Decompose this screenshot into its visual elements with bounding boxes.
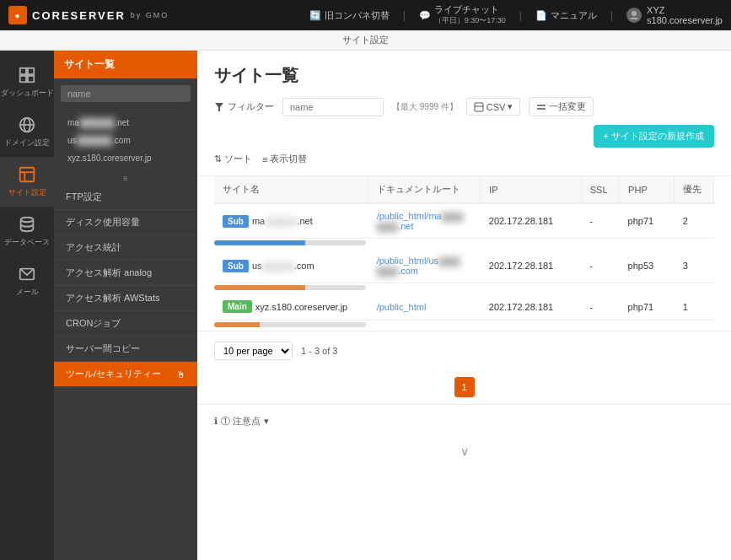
ssl-cell-2: - bbox=[581, 249, 619, 283]
sort-button[interactable]: ⇅ ソート bbox=[214, 153, 252, 165]
livechat-hours: （平日）9:30〜17:30 bbox=[434, 15, 506, 26]
sidebar-menu-server-copy[interactable]: サーバー間コピー bbox=[54, 337, 197, 362]
mail-icon bbox=[18, 265, 36, 283]
svg-rect-3 bbox=[20, 76, 26, 82]
server-copy-label: サーバー間コピー bbox=[66, 343, 140, 353]
site-name-2: us██████.com bbox=[252, 261, 314, 271]
site-icon bbox=[18, 165, 36, 184]
notes-toggle[interactable]: ℹ ① 注意点 ▾ bbox=[214, 415, 714, 428]
sidebar-menu-disk[interactable]: ディスク使用容量 bbox=[54, 210, 197, 235]
display-toggle-button[interactable]: ≡ 表示切替 bbox=[262, 153, 307, 165]
livechat-icon: 💬 bbox=[419, 10, 431, 21]
notes-expand[interactable]: ∨ bbox=[197, 438, 731, 465]
sub-badge-1: Sub bbox=[223, 215, 249, 228]
doc-root-cell-2: /public_html/us████████.com bbox=[368, 249, 481, 283]
user-menu[interactable]: XYZ s180.coreserver.jp bbox=[626, 5, 723, 25]
site-name-cell-3: Main xyz.s180.coreserver.jp bbox=[214, 293, 368, 320]
ssl-cell-3: - bbox=[581, 293, 619, 320]
table-row[interactable]: Main xyz.s180.coreserver.jp /public_html… bbox=[214, 293, 714, 320]
svg-rect-14 bbox=[475, 103, 483, 111]
site-item-1[interactable]: ma██████.net bbox=[62, 114, 189, 132]
bulk-icon bbox=[536, 102, 546, 112]
site-item-2[interactable]: us██████.com bbox=[62, 132, 189, 149]
divider2: | bbox=[519, 9, 522, 21]
filter-input[interactable] bbox=[282, 98, 384, 116]
page-numbers: 1 bbox=[197, 370, 731, 404]
new-site-button[interactable]: + サイト設定の新規作成 bbox=[594, 125, 714, 148]
table-row[interactable]: Sub us██████.com /public_html/us████████… bbox=[214, 249, 714, 283]
main-badge-3: Main bbox=[223, 300, 252, 313]
doc-root-cell-1: /public_html/ma████████.net bbox=[368, 203, 481, 239]
notes-info-icon: ℹ bbox=[214, 416, 218, 427]
site-list: ma██████.net us██████.com xyz.s180.cores… bbox=[54, 109, 197, 172]
sub-badge-2: Sub bbox=[223, 260, 249, 272]
livechat-label: ライブチャット bbox=[434, 4, 506, 15]
sub-sidebar-search[interactable] bbox=[54, 78, 197, 109]
sites-table: サイト名 ドキュメントルート IP SSL PHP 優先 Sub bbox=[214, 176, 714, 331]
sidebar-menu-access-stats[interactable]: アクセス統計 bbox=[54, 235, 197, 261]
scroll-indicator: ≡ bbox=[54, 172, 197, 185]
content-area: サイト一覧 フィルター 【最大 9999 件】 CSV ▾ 一括変更 bbox=[197, 51, 731, 560]
sidebar-menu-tools-security[interactable]: ツール/セキュリティー 🖱 bbox=[54, 362, 197, 387]
livechat-button[interactable]: 💬 ライブチャット （平日）9:30〜17:30 bbox=[419, 4, 506, 26]
sidebar-menu-cron[interactable]: CRONジョブ bbox=[54, 311, 197, 337]
manual-button[interactable]: 📄 マニュアル bbox=[535, 9, 597, 22]
old-panel-label: 旧コンパネ切替 bbox=[325, 9, 390, 22]
dashboard-icon bbox=[18, 66, 36, 84]
ip-cell-3: 202.172.28.181 bbox=[481, 293, 581, 320]
sidebar-item-site[interactable]: サイト設定 bbox=[0, 157, 54, 207]
site-name-1: ma██████.net bbox=[252, 216, 313, 226]
per-page-select[interactable]: 10 per page 25 per page 50 per page bbox=[214, 342, 293, 360]
site-name-cell-1: Sub ma██████.net bbox=[214, 203, 368, 239]
svg-rect-2 bbox=[28, 68, 34, 74]
bulk-edit-button[interactable]: 一括変更 bbox=[529, 97, 594, 116]
ip-cell-1: 202.172.28.181 bbox=[481, 203, 581, 239]
tools-security-label: ツール/セキュリティー bbox=[66, 368, 161, 380]
user-domain: s180.coreserver.jp bbox=[647, 15, 723, 25]
database-label: データベース bbox=[4, 237, 50, 248]
site-item-3[interactable]: xyz.s180.coreserver.jp bbox=[62, 149, 189, 167]
logo: ● CORESERVER by GMO bbox=[8, 6, 169, 24]
sidebar-item-domain[interactable]: ドメイン設定 bbox=[0, 107, 54, 157]
user-icon bbox=[626, 8, 642, 23]
sidebar-item-database[interactable]: データベース bbox=[0, 207, 54, 256]
doc-root-path-3: /public_html bbox=[377, 302, 427, 312]
col-ssl: SSL bbox=[581, 176, 619, 203]
logo-icon: ● bbox=[8, 6, 27, 24]
site-name-2: us██████.com bbox=[67, 136, 131, 145]
display-icon: ≡ bbox=[262, 154, 267, 164]
mail-label: メール bbox=[16, 287, 39, 298]
username: XYZ bbox=[647, 5, 723, 15]
pagination-bar: 10 per page 25 per page 50 per page 1 - … bbox=[197, 331, 731, 370]
notes-section: ℹ ① 注意点 ▾ bbox=[197, 404, 731, 438]
old-panel-toggle[interactable]: 🔄 旧コンパネ切替 bbox=[309, 9, 390, 22]
sidebar-menu-analog[interactable]: アクセス解析 analog bbox=[54, 261, 197, 286]
page-info: 1 - 3 of 3 bbox=[301, 346, 337, 356]
table-row[interactable]: Sub ma██████.net /public_html/ma████████… bbox=[214, 203, 714, 239]
svg-marker-13 bbox=[215, 103, 223, 111]
sidebar-search-input[interactable] bbox=[61, 85, 191, 102]
awstats-label: アクセス解析 AWStats bbox=[66, 293, 159, 303]
sidebar-menu-awstats[interactable]: アクセス解析 AWStats bbox=[54, 286, 197, 311]
logo-text: CORESERVER bbox=[32, 9, 126, 22]
filter-icon bbox=[214, 102, 224, 112]
site-name-3: xyz.s180.coreserver.jp bbox=[67, 153, 152, 163]
col-php: PHP bbox=[620, 176, 675, 203]
database-icon bbox=[18, 215, 36, 234]
ftp-label: FTP設定 bbox=[66, 191, 102, 202]
priority-cell-1: 2 bbox=[675, 203, 714, 239]
sidebar-menu-ftp[interactable]: FTP設定 bbox=[54, 185, 197, 210]
php-cell-3: php71 bbox=[620, 293, 675, 320]
domain-icon bbox=[18, 116, 36, 134]
svg-point-0 bbox=[632, 11, 637, 16]
csv-button[interactable]: CSV ▾ bbox=[466, 98, 521, 116]
sidebar-item-dashboard[interactable]: ダッシュボード bbox=[0, 57, 54, 107]
page-title: サイト設定 bbox=[342, 35, 389, 45]
expand-icon: ∨ bbox=[460, 444, 469, 458]
sidebar-item-mail[interactable]: メール bbox=[0, 256, 54, 306]
filter-label: フィルター bbox=[214, 100, 274, 113]
col-priority: 優先 bbox=[675, 176, 714, 203]
page-1[interactable]: 1 bbox=[454, 377, 475, 397]
max-label: 【最大 9999 件】 bbox=[392, 101, 458, 113]
page-title-bar: サイト設定 bbox=[0, 30, 731, 51]
